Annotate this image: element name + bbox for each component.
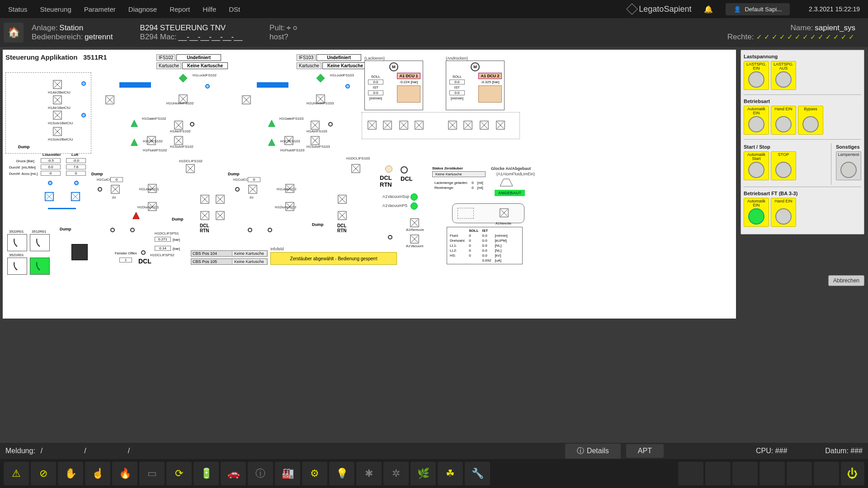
valve-generic[interactable] bbox=[200, 211, 210, 221]
valve-h1solv1[interactable] bbox=[52, 110, 62, 120]
btn-hand-ein[interactable]: Hand EIN bbox=[771, 106, 796, 135]
valve-generic[interactable] bbox=[174, 136, 184, 145]
valve-h1solv2[interactable] bbox=[52, 127, 62, 136]
tool-warning-icon[interactable]: ⚠ bbox=[4, 462, 29, 485]
btn-automatik-ein[interactable]: Automatik EIN bbox=[744, 106, 769, 135]
dcu1-panel[interactable]: M SOLLIST[ml/min] A1 DCU 1 -0.224 [bar] bbox=[364, 61, 423, 110]
thumb-3522r01[interactable] bbox=[7, 234, 27, 251]
btn-lastspg-ein[interactable]: LASTSPG. EIN bbox=[744, 61, 769, 90]
valve-green-tri[interactable] bbox=[129, 137, 139, 147]
valve-dcu-row[interactable] bbox=[414, 120, 424, 130]
tool-empty[interactable] bbox=[787, 462, 812, 485]
tool-leaf-icon[interactable]: ☘ bbox=[438, 462, 463, 485]
btn-bypass[interactable]: Bypass bbox=[798, 106, 823, 135]
valve-generic[interactable] bbox=[174, 120, 184, 130]
tool-battery-icon[interactable]: 🔋 bbox=[193, 462, 219, 485]
tool-empty[interactable] bbox=[678, 462, 703, 485]
thumb-active[interactable] bbox=[30, 258, 50, 275]
tool-stop-icon[interactable]: ⊘ bbox=[31, 462, 56, 485]
valve-lock102[interactable] bbox=[178, 73, 188, 83]
btn-automatik-start[interactable]: Automatik Start bbox=[744, 151, 769, 180]
menu-hilfe[interactable]: Hilfe bbox=[203, 5, 216, 13]
tool-cycle-icon[interactable]: ⟳ bbox=[166, 462, 192, 485]
tool-plant-icon[interactable]: 🌿 bbox=[410, 462, 436, 485]
apt-button[interactable]: APT bbox=[626, 444, 664, 458]
tool-empty[interactable] bbox=[705, 462, 731, 485]
thumb-3521r01[interactable] bbox=[7, 258, 27, 275]
valve-lock103[interactable] bbox=[316, 73, 326, 83]
valve-generic[interactable] bbox=[110, 184, 120, 194]
tool-chip-icon[interactable]: ▭ bbox=[139, 462, 165, 485]
valve-generic[interactable] bbox=[241, 95, 251, 105]
tool-hand-icon[interactable]: ✋ bbox=[58, 462, 83, 485]
thumb-3512r01[interactable] bbox=[30, 234, 50, 251]
valve-generic[interactable] bbox=[200, 194, 210, 204]
power-button[interactable]: ⏻ bbox=[841, 462, 864, 485]
valve-dcu-row[interactable] bbox=[399, 120, 409, 130]
menu-diagnose[interactable]: Diagnose bbox=[128, 5, 157, 13]
valve-generic[interactable] bbox=[248, 184, 258, 194]
valve-generic[interactable] bbox=[337, 211, 347, 221]
dcu1-soll-input[interactable] bbox=[368, 80, 383, 84]
tool-factory-icon[interactable]: 🏭 bbox=[275, 462, 300, 485]
valve-dcu-row[interactable] bbox=[448, 120, 458, 130]
valve-generic[interactable] bbox=[105, 95, 115, 105]
valve-gate103-green[interactable] bbox=[267, 118, 277, 128]
valve-dcu-row[interactable] bbox=[495, 120, 505, 130]
valve-a1vacuum[interactable] bbox=[410, 234, 420, 244]
tool-finger-icon[interactable]: ☝ bbox=[85, 462, 110, 485]
valve-dcu-row[interactable] bbox=[463, 120, 473, 130]
menu-steuerung[interactable]: Steuerung bbox=[40, 5, 71, 13]
home-button[interactable]: 🏠 bbox=[4, 23, 24, 42]
valve-blue-b[interactable] bbox=[71, 192, 80, 202]
valve-generic[interactable] bbox=[351, 164, 361, 174]
dcu2-panel[interactable]: M SOLLIST[ml/min] A1 DCU 2 -0.325 [bar] bbox=[446, 61, 505, 110]
port-dot bbox=[268, 228, 272, 232]
valve-generic[interactable] bbox=[215, 211, 225, 221]
menu-report[interactable]: Report bbox=[170, 5, 190, 13]
cbs-pos-104[interactable]: CBS Pos 104Keine Kartusche bbox=[191, 250, 268, 257]
valve-gate102-green[interactable] bbox=[129, 118, 139, 128]
valve-generic[interactable] bbox=[215, 194, 225, 204]
dcu2-soll-input[interactable] bbox=[449, 80, 465, 84]
cbs-pos-105[interactable]: CBS Pos 105Keine Kartusche bbox=[191, 258, 268, 265]
tool-empty[interactable] bbox=[814, 462, 839, 485]
valve-h1air1[interactable] bbox=[52, 95, 62, 105]
tool-light-icon[interactable]: 💡 bbox=[329, 462, 354, 485]
btn-ft-automatik-ein[interactable]: Automatik EIN bbox=[744, 198, 769, 227]
valve-h1air2[interactable] bbox=[52, 80, 62, 89]
btn-ft-hand-ein[interactable]: Hand EIN bbox=[771, 198, 796, 227]
abbrechen-button[interactable]: Abbrechen bbox=[828, 275, 864, 286]
fenster-value[interactable]: 1 bbox=[119, 258, 132, 263]
btn-lampentest[interactable]: Lampentest bbox=[836, 151, 861, 180]
valve-a1remove[interactable] bbox=[410, 218, 420, 228]
valve-dcu-row[interactable] bbox=[382, 120, 392, 130]
menu-status[interactable]: Status bbox=[8, 5, 28, 13]
valve-generic[interactable] bbox=[310, 120, 320, 130]
valve-blue-a[interactable] bbox=[44, 192, 54, 202]
valve-generic[interactable] bbox=[310, 136, 320, 145]
tool-empty[interactable] bbox=[760, 462, 785, 485]
details-button[interactable]: ⓘDetails bbox=[565, 444, 621, 459]
bell-icon[interactable]: 🔔 bbox=[704, 5, 713, 14]
btn-stop[interactable]: STOP bbox=[771, 151, 796, 180]
valve-generic[interactable] bbox=[337, 194, 347, 204]
user-menu[interactable]: 👤 Default Sapi... bbox=[726, 3, 790, 15]
tool-fan2-icon[interactable]: ✲ bbox=[383, 462, 409, 485]
tool-wrench-icon[interactable]: 🔧 bbox=[465, 462, 490, 485]
menu-parameter[interactable]: Parameter bbox=[84, 5, 116, 13]
valve-dcu-row[interactable] bbox=[367, 120, 377, 130]
tool-fan-icon[interactable]: ✱ bbox=[356, 462, 382, 485]
valve-generic[interactable] bbox=[185, 164, 195, 174]
valve-a1needle[interactable] bbox=[499, 208, 509, 218]
btn-lastspg-aus[interactable]: LASTSPG. AUS bbox=[771, 61, 796, 90]
valve-dcu-row[interactable] bbox=[479, 120, 489, 130]
menu-dst[interactable]: DSt bbox=[229, 5, 240, 13]
valve-red-tri[interactable] bbox=[131, 211, 141, 221]
tool-info-icon[interactable]: ⓘ bbox=[248, 462, 273, 485]
tool-gears-icon[interactable]: ⚙ bbox=[302, 462, 327, 485]
tool-fire-icon[interactable]: 🔥 bbox=[112, 462, 137, 485]
tool-car-icon[interactable]: 🚗 bbox=[221, 462, 246, 485]
valve-green-tri[interactable] bbox=[267, 137, 277, 147]
tool-empty[interactable] bbox=[732, 462, 758, 485]
